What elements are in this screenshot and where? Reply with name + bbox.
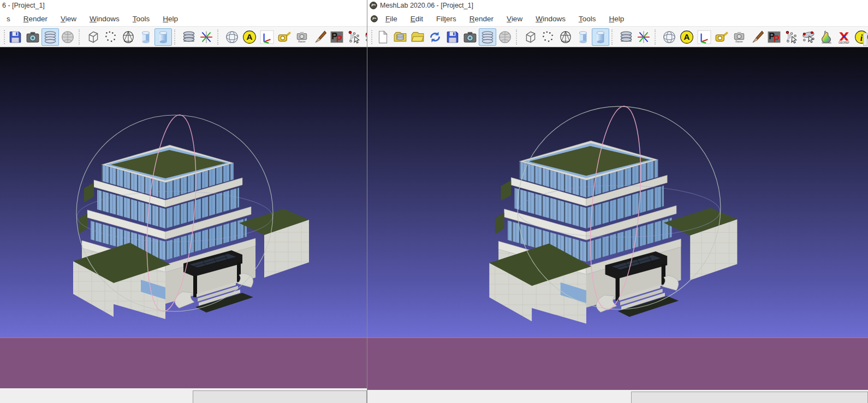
cyl-flat-button[interactable] bbox=[137, 28, 154, 46]
cyl-smooth-button[interactable] bbox=[592, 28, 609, 46]
menu-item-s[interactable]: s bbox=[0, 13, 17, 25]
menu-item-edit[interactable]: Edit bbox=[404, 13, 430, 25]
viewport-3d[interactable]: 0 178.6 ENDERING Mesh: BUG_08.obj Vertic… bbox=[0, 47, 367, 388]
menu-bar: FileEditFiltersRenderViewWindowsToolsHel… bbox=[367, 11, 868, 26]
tape-button[interactable] bbox=[276, 28, 293, 46]
menu-item-filters[interactable]: Filters bbox=[430, 13, 463, 25]
layers-icon bbox=[43, 30, 57, 44]
raster-cam-button[interactable] bbox=[293, 28, 311, 46]
viewport-3d[interactable]: FOV: 60 FPS: 555.6 BO_RENDERING Mesh: BU… bbox=[367, 47, 868, 390]
meshlab-logo-icon bbox=[370, 2, 377, 9]
layers-icon bbox=[480, 30, 495, 44]
layers-button[interactable] bbox=[41, 28, 59, 46]
menu-item-file[interactable]: File bbox=[379, 13, 404, 25]
bbox-button[interactable] bbox=[522, 28, 539, 46]
reload-icon bbox=[428, 30, 442, 44]
points-button[interactable] bbox=[539, 28, 557, 46]
decorators-button[interactable] bbox=[180, 28, 198, 46]
toolbar-handle[interactable] bbox=[371, 30, 372, 44]
pickpoints-icon bbox=[330, 30, 344, 44]
menu-item-help[interactable]: Help bbox=[602, 13, 631, 25]
brush-button[interactable] bbox=[311, 28, 328, 46]
menu-item-windows[interactable]: Windows bbox=[529, 13, 572, 25]
meshlab-window-right: MeshLab 2020.06 - [Project_1] FileEditFi… bbox=[367, 0, 868, 403]
menu-item-render[interactable]: Render bbox=[17, 13, 54, 25]
pickpoints-button[interactable] bbox=[328, 28, 346, 46]
axes-button[interactable] bbox=[635, 28, 652, 46]
reload-button[interactable] bbox=[426, 28, 444, 46]
bottom-panel bbox=[193, 390, 367, 403]
cyl-flat-button[interactable] bbox=[574, 28, 592, 46]
save-button[interactable] bbox=[444, 28, 461, 46]
open-project-button[interactable] bbox=[391, 28, 409, 46]
snapshot-button[interactable] bbox=[461, 28, 479, 46]
bunny-button[interactable] bbox=[818, 28, 835, 46]
project-window-icon[interactable] bbox=[371, 15, 378, 22]
raster-button[interactable] bbox=[59, 28, 76, 46]
raster-button[interactable] bbox=[496, 28, 514, 46]
trackball-button[interactable] bbox=[258, 28, 276, 46]
menu-item-view[interactable]: View bbox=[54, 13, 83, 25]
globe-button[interactable] bbox=[661, 28, 678, 46]
georef-icon bbox=[837, 30, 851, 44]
points-button[interactable] bbox=[102, 28, 120, 46]
bbox-button[interactable] bbox=[85, 28, 102, 46]
text-a-button[interactable] bbox=[678, 28, 695, 46]
toolbar-overflow-button[interactable] bbox=[863, 33, 867, 46]
align-pair-button[interactable] bbox=[800, 28, 818, 46]
window-footer bbox=[0, 388, 367, 403]
save-button[interactable] bbox=[7, 28, 24, 46]
georef-button[interactable] bbox=[835, 28, 853, 46]
align-pair-button[interactable] bbox=[363, 28, 367, 46]
wireframe-icon bbox=[558, 30, 573, 44]
raster-cam-button[interactable] bbox=[730, 28, 748, 46]
title-bar[interactable]: 6 - [Project_1] bbox=[0, 0, 367, 11]
menu-item-tools[interactable]: Tools bbox=[572, 13, 603, 25]
pickpoints-button[interactable] bbox=[765, 28, 783, 46]
axes-icon bbox=[637, 30, 651, 44]
open-button[interactable] bbox=[409, 28, 426, 46]
menu-item-view[interactable]: View bbox=[500, 13, 529, 25]
save-icon bbox=[445, 30, 460, 44]
points-icon bbox=[104, 30, 118, 44]
tape-button[interactable] bbox=[713, 28, 730, 46]
wireframe-button[interactable] bbox=[557, 28, 574, 46]
open-project-icon bbox=[393, 30, 407, 44]
text-a-icon bbox=[680, 30, 694, 44]
menu-item-windows[interactable]: Windows bbox=[83, 13, 126, 25]
menu-item-render[interactable]: Render bbox=[463, 13, 500, 25]
window-footer bbox=[367, 390, 868, 403]
menu-item-help[interactable]: Help bbox=[156, 13, 185, 25]
axes-button[interactable] bbox=[198, 28, 215, 46]
cyl-smooth-icon bbox=[593, 30, 608, 44]
title-bar[interactable]: MeshLab 2020.06 - [Project_1] bbox=[367, 0, 868, 11]
layers-button[interactable] bbox=[479, 28, 496, 46]
globe-button[interactable] bbox=[223, 28, 241, 46]
wireframe-button[interactable] bbox=[120, 28, 137, 46]
brush-icon bbox=[750, 30, 764, 44]
points-icon bbox=[541, 30, 555, 44]
text-a-button[interactable] bbox=[241, 28, 258, 46]
radar-button[interactable] bbox=[783, 28, 800, 46]
snapshot-button[interactable] bbox=[24, 28, 41, 46]
toolbar-separator bbox=[611, 29, 615, 45]
cyl-flat-icon bbox=[139, 30, 153, 44]
decorators-button[interactable] bbox=[617, 28, 635, 46]
trackball-button[interactable] bbox=[695, 28, 713, 46]
toolbar-handle[interactable] bbox=[4, 30, 5, 44]
decorators-icon bbox=[182, 30, 196, 44]
desktop: 6 - [Project_1] sRenderViewWindowsToolsH… bbox=[0, 0, 868, 403]
menu-item-tools[interactable]: Tools bbox=[126, 13, 157, 25]
snapshot-icon bbox=[26, 30, 40, 44]
radar-button[interactable] bbox=[346, 28, 363, 46]
cyl-smooth-button[interactable] bbox=[154, 28, 172, 46]
toolbar bbox=[0, 26, 367, 47]
radar-icon bbox=[784, 30, 799, 44]
new-button[interactable] bbox=[374, 28, 391, 46]
cyl-flat-icon bbox=[576, 30, 590, 44]
bottom-panel bbox=[631, 392, 868, 403]
brush-button[interactable] bbox=[748, 28, 765, 46]
info-band bbox=[367, 337, 868, 390]
toolbar-separator bbox=[516, 29, 520, 45]
window-title: MeshLab 2020.06 - [Project_1] bbox=[380, 2, 473, 9]
